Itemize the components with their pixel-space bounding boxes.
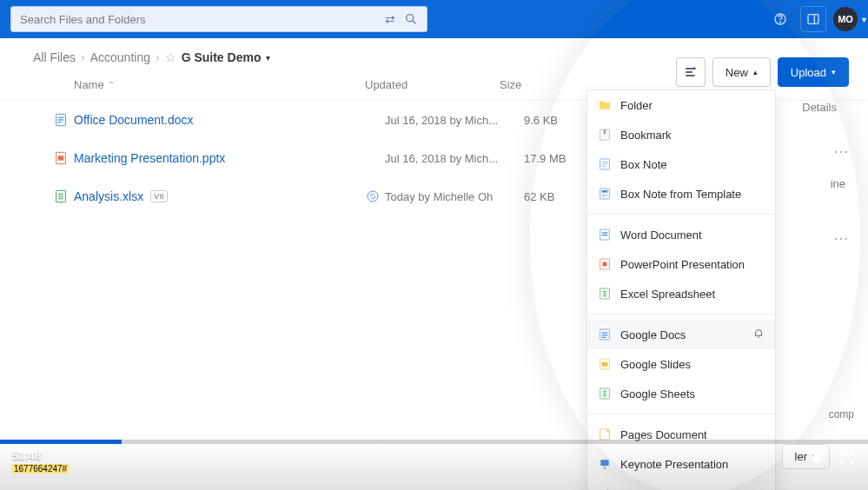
svg-rect-7 xyxy=(58,117,64,118)
file-name[interactable]: Office Document.docx xyxy=(74,113,361,127)
chevron-right-icon: › xyxy=(156,50,160,64)
new-button[interactable]: New ▴ xyxy=(712,57,771,87)
new-menu-google-docs[interactable]: Google Docs xyxy=(587,320,775,349)
breadcrumb-mid[interactable]: Accounting xyxy=(90,50,150,64)
sidebar-hint: ine xyxy=(831,177,845,190)
svg-rect-11 xyxy=(58,156,64,160)
svg-rect-8 xyxy=(58,119,64,120)
svg-point-3 xyxy=(779,22,780,23)
svg-rect-39 xyxy=(602,362,608,367)
video-id: 1677664247# xyxy=(12,464,69,473)
file-updated: Today by Michelle Oh xyxy=(385,190,524,203)
new-menu-box-note[interactable]: Box Note xyxy=(587,149,775,179)
file-size: 17.9 MB xyxy=(524,152,593,165)
svg-point-18 xyxy=(368,191,378,202)
chevron-right-icon: › xyxy=(81,50,85,64)
svg-point-32 xyxy=(602,262,606,266)
file-name[interactable]: Marketing Presentation.pptx xyxy=(74,151,361,165)
file-pptx-icon xyxy=(48,151,74,165)
new-menu-word[interactable]: Word Document xyxy=(587,220,775,249)
new-menu: Folder Bookmark Box Note Box Note from T… xyxy=(586,89,776,490)
help-icon[interactable] xyxy=(767,6,793,32)
svg-line-1 xyxy=(413,21,415,23)
more-icon[interactable]: … xyxy=(833,139,849,157)
svg-point-0 xyxy=(407,15,414,22)
search-box[interactable]: ⇄ xyxy=(10,6,427,32)
top-bar: ⇄ MO ▾ xyxy=(0,0,868,38)
svg-rect-35 xyxy=(602,332,608,333)
new-menu-google-sheets[interactable]: Google Sheets xyxy=(587,379,775,408)
panel-toggle-icon[interactable] xyxy=(800,6,826,32)
action-buttons: New ▴ Upload ▾ xyxy=(676,57,849,87)
col-name[interactable]: Name ⌃ xyxy=(74,78,365,91)
svg-rect-24 xyxy=(600,189,610,199)
new-menu-powerpoint[interactable]: PowerPoint Presentation xyxy=(587,249,775,279)
triangle-down-icon: ▾ xyxy=(832,68,836,76)
triangle-up-icon: ▴ xyxy=(753,68,758,76)
filter-icon[interactable]: ⇄ xyxy=(385,12,395,26)
search-icon[interactable] xyxy=(404,12,418,26)
svg-rect-37 xyxy=(602,337,606,338)
breadcrumb-current[interactable]: G Suite Demo xyxy=(182,50,262,64)
col-details[interactable]: Details xyxy=(802,101,837,114)
chevron-down-icon[interactable]: ▾ xyxy=(266,53,270,63)
cursor-icon xyxy=(752,328,765,341)
svg-rect-36 xyxy=(602,334,608,335)
new-menu-excel[interactable]: Excel Spreadsheet xyxy=(587,279,775,308)
search-input[interactable] xyxy=(20,13,385,26)
svg-rect-29 xyxy=(602,232,608,233)
new-menu-bookmark[interactable]: Bookmark xyxy=(587,120,775,149)
file-size: 62 KB xyxy=(524,190,593,203)
video-controls: 51:48 1677664247# xyxy=(0,440,868,490)
sync-icon xyxy=(361,189,385,203)
svg-rect-25 xyxy=(602,190,608,193)
svg-rect-4 xyxy=(808,15,818,24)
notes-button[interactable] xyxy=(676,57,706,87)
upload-button[interactable]: Upload ▾ xyxy=(778,57,849,87)
col-size[interactable]: Size xyxy=(500,78,586,91)
svg-rect-30 xyxy=(602,235,608,235)
chevron-down-icon: ▾ xyxy=(862,15,866,24)
version-badge[interactable]: V6 xyxy=(150,190,168,202)
more-icon[interactable]: … xyxy=(833,226,849,244)
file-size: 9.6 KB xyxy=(524,114,593,127)
new-menu-google-slides[interactable]: Google Slides xyxy=(587,349,775,379)
svg-rect-9 xyxy=(58,122,62,122)
col-updated[interactable]: Updated xyxy=(365,78,500,91)
file-updated: Jul 16, 2018 by Mich... xyxy=(385,152,524,165)
file-xlsx-icon xyxy=(48,189,74,203)
avatar[interactable]: MO ▾ xyxy=(833,7,858,31)
new-menu-folder[interactable]: Folder xyxy=(587,90,775,120)
sort-asc-icon: ⌃ xyxy=(108,80,115,89)
fullscreen-icon[interactable] xyxy=(838,449,856,467)
file-name[interactable]: Analysis.xlsx V6 xyxy=(74,189,361,203)
video-time: 51:48 xyxy=(12,449,69,462)
footer-text: comp xyxy=(829,408,854,420)
file-docx-icon xyxy=(48,113,74,127)
star-icon[interactable]: ☆ xyxy=(165,50,176,64)
breadcrumb-root[interactable]: All Files xyxy=(33,50,76,64)
gear-icon[interactable] xyxy=(807,449,825,467)
avatar-initials: MO xyxy=(838,14,853,24)
file-updated: Jul 16, 2018 by Mich... xyxy=(385,114,524,127)
new-menu-box-note-template[interactable]: Box Note from Template xyxy=(587,179,775,209)
